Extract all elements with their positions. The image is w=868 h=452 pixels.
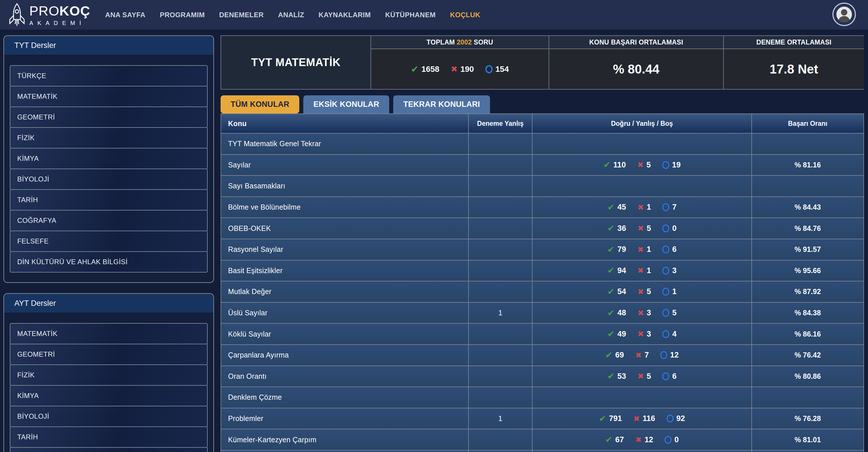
check-icon: ✔ [603,161,610,169]
sidebar-course-item[interactable]: FİZİK [10,364,208,386]
tab-t-m-konular[interactable]: TÜM KONULAR [221,95,299,114]
topic-row[interactable]: Kümeler-Kartezyen Çarpım✔67✖120% 81.01 [221,429,863,450]
top-navigation: PROKOÇ AKADEMİ ANA SAYFAPROGRAMIMDENEMEL… [0,0,868,30]
nav-item-k-t-phanem[interactable]: KÜTÜPHANEM [385,11,436,19]
correct-wrong-blank-cell: ✔54✖51 [532,282,751,302]
correct-wrong-blank-cell: ✔53✖56 [532,366,751,387]
check-icon: ✔ [605,435,612,444]
sidebar-course-item[interactable]: FELSEFE [10,231,208,252]
x-icon: ✖ [638,246,644,253]
nav-item-programim[interactable]: PROGRAMIM [160,11,205,19]
blank-circle-icon [660,351,667,359]
sidebar-course-item[interactable]: TARİH [10,189,208,211]
topic-row[interactable]: Fonksiyonlar✔75✖90% 87.05 [221,450,863,452]
sidebar-course-item[interactable]: BİYOLOJİ [10,168,208,190]
topic-cell: OBEB-OKEK [221,218,468,239]
nav-item-ko-luk[interactable]: KOÇLUK [450,11,480,19]
sidebar-course-item[interactable]: KİMYA [10,148,208,169]
topic-row[interactable]: Denklem Çözme [221,387,863,408]
topic-row[interactable]: Sayı Basamakları [221,175,863,196]
course-label: KİMYA [17,155,39,163]
tyt-courses-list: TÜRKÇEMATEMATİKGEOMETRİFİZİKKİMYABİYOLOJ… [4,56,213,282]
correct-wrong-blank-cell [532,176,751,196]
sidebar-course-item[interactable]: COĞRAFYA [10,447,208,452]
course-label: GEOMETRİ [17,113,55,121]
wrong-total: ✖190 [451,65,474,74]
x-icon: ✖ [638,267,644,274]
header-deneme-yanlis: Deneme Yanlış [468,114,532,133]
blank-circle-icon [662,246,669,253]
correct-wrong-blank-cell: ✔94✖13 [532,260,751,281]
course-label: BİYOLOJİ [17,412,49,420]
x-icon: ✖ [638,373,644,380]
success-rate-cell: % 84.38 [751,303,863,323]
nav-item-ana-sayfa[interactable]: ANA SAYFA [105,11,145,19]
exam-wrong-cell [468,387,532,408]
sidebar-course-item[interactable]: TARİH [10,426,208,448]
topic-row[interactable]: Mutlak Değer✔54✖51% 87.92 [221,281,863,302]
course-label: MATEMATİK [17,330,57,338]
sidebar-course-item[interactable]: GEOMETRİ [10,344,208,365]
topic-row[interactable]: Problemler1✔791✖11692% 76.28 [221,408,863,429]
topic-cell: TYT Matematik Genel Tekrar [221,133,468,154]
success-rate-cell: % 76.28 [751,408,863,429]
sidebar-course-item[interactable]: DİN KÜLTÜRÜ VE AHLAK BİLGİSİ [10,251,208,272]
sidebar-course-item[interactable]: TÜRKÇE [10,65,208,87]
topic-cell: Oran Orantı [221,366,468,387]
correct-wrong-blank-cell: ✔791✖11692 [532,408,751,429]
sidebar-course-item[interactable]: BİYOLOJİ [10,406,208,427]
topic-row[interactable]: Üslü Sayılar1✔48✖35% 84.38 [221,302,863,323]
brand-logo[interactable]: PROKOÇ AKADEMİ [7,3,90,27]
blank-circle-icon [662,309,669,317]
topic-row[interactable]: Sayılar✔110✖519% 81.16 [221,154,863,175]
course-label: TÜRKÇE [17,72,46,80]
course-label: GEOMETRİ [17,350,55,358]
blank-circle-icon [662,330,669,338]
topic-cell: Fonksiyonlar [221,451,468,452]
exam-wrong-cell: 1 [468,408,532,429]
topic-row[interactable]: OBEB-OKEK✔36✖50% 84.76 [221,217,863,239]
nav-item-kaynaklarim[interactable]: KAYNAKLARIM [318,11,371,19]
correct-wrong-blank-cell: ✔49✖34 [532,324,751,344]
topic-row[interactable]: Oran Orantı✔53✖56% 80.86 [221,365,863,387]
nav-item-anali-z[interactable]: ANALİZ [278,11,304,19]
topic-cell: Çarpanlara Ayırma [221,345,468,365]
success-rate-cell: % 86.16 [751,324,863,344]
topic-row[interactable]: Köklü Sayılar✔49✖34% 86.16 [221,323,863,344]
header-topic: Konu [221,114,468,133]
correct-wrong-blank-cell: ✔45✖17 [532,197,751,218]
topic-row[interactable]: Rasyonel Sayılar✔79✖16% 91.57 [221,239,863,260]
sidebar-course-item[interactable]: COĞRAFYA [10,210,208,231]
topic-row[interactable]: Basit Eşitsizlikler✔94✖13% 95.66 [221,260,863,281]
topic-row[interactable]: Bölme ve Bölünebilme✔45✖17% 84.43 [221,196,863,218]
user-avatar[interactable] [832,3,856,26]
topic-row[interactable]: TYT Matematik Genel Tekrar [221,133,863,154]
tyt-courses-title: TYT Dersler [4,36,213,56]
tab-eksi-k-konular[interactable]: EKSİK KONULAR [303,95,389,114]
sidebar-course-item[interactable]: MATEMATİK [10,86,208,107]
exam-wrong-cell [468,282,532,302]
total-questions-header: TOPLAM 2002 SORU [371,36,549,49]
sidebar-course-item[interactable]: FİZİK [10,127,208,149]
main-menu: ANA SAYFAPROGRAMIMDENEMELERANALİZKAYNAKL… [105,11,480,19]
topic-cell: Üslü Sayılar [221,303,468,323]
topic-cell: Denklem Çözme [221,387,468,408]
topic-cell: Rasyonel Sayılar [221,239,468,260]
sidebar-course-item[interactable]: GEOMETRİ [10,106,208,128]
course-label: FELSEFE [17,237,49,245]
nav-item-denemeler[interactable]: DENEMELER [219,11,264,19]
topic-row[interactable]: Çarpanlara Ayırma✔69✖712% 76.42 [221,344,863,365]
x-icon: ✖ [638,309,644,317]
sidebar-course-item[interactable]: MATEMATİK [10,323,208,344]
x-icon: ✖ [638,288,644,295]
sidebar-course-item[interactable]: KİMYA [10,385,208,406]
correct-wrong-blank-cell [532,133,751,154]
exam-wrong-cell [468,218,532,239]
exam-wrong-cell [468,155,532,175]
success-rate-cell: % 91.57 [751,239,863,260]
tab-tekrar-konulari[interactable]: TEKRAR KONULARI [393,95,490,114]
topics-table-body: TYT Matematik Genel TekrarSayılar✔110✖51… [221,133,863,452]
course-label: FİZİK [17,134,35,142]
x-icon: ✖ [638,203,644,211]
check-icon: ✔ [607,330,614,338]
